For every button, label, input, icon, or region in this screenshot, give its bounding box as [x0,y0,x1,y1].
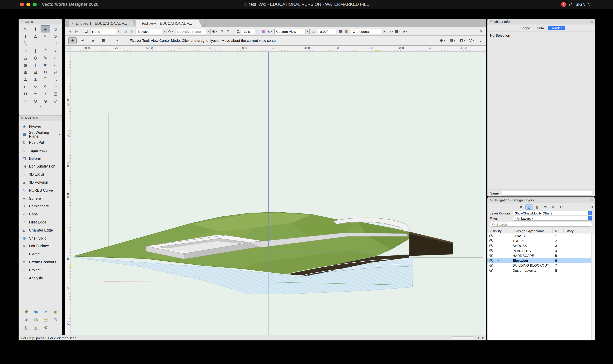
grid-snap-icon[interactable]: ▦ [261,28,266,34]
clip-cube-button[interactable]: ✂ [113,37,121,44]
visibility-eye-icon[interactable] [489,254,493,257]
layout-grid-icon[interactable]: ⊞ [338,28,343,34]
scrollbar-track[interactable] [452,336,474,339]
tool-set-item[interactable]: ▲ 3D Polygon [19,178,62,186]
references-view-icon[interactable]: ↩ [558,204,565,209]
column-visibility[interactable]: Visibility [488,228,513,233]
tool-set-category-icon[interactable]: ✎ [51,315,60,323]
layer-table-scrollbar[interactable] [591,234,595,340]
interactive-origin-mode-button[interactable]: ▦ [99,37,108,44]
visibility-eye-icon[interactable] [489,244,493,247]
basic-tool-icon[interactable]: ⌒ [41,76,50,83]
column-number[interactable]: # ^ [553,228,563,233]
tool-set-category-icon[interactable]: ◉ [31,307,41,315]
tool-set-item[interactable]: ◔ Analysis [19,274,62,282]
basic-tool-icon[interactable]: ↔ [50,61,60,69]
basic-tool-icon[interactable]: ⊕ [50,26,60,33]
layer-stack-icon[interactable]: ▤ [123,28,127,34]
close-window-button[interactable] [20,2,24,6]
tool-set-category-icon[interactable]: ◭ [31,323,41,331]
basic-tool-icon[interactable]: ✛ [31,26,41,33]
basic-tool-icon[interactable]: ▽ [50,97,60,105]
view-center-icon[interactable]: ⊕▼ [212,29,218,34]
classes-view-icon[interactable]: ∞ [517,204,524,209]
sheet-layers-view-icon[interactable]: ▯ [533,204,541,209]
tool-set-item[interactable]: ↧ Project [19,266,62,274]
tool-set-item[interactable]: ◍ Shell Solid [19,234,62,242]
data-bar-icon[interactable]: ▥ [345,28,349,34]
tab-test-vwx[interactable]: ✕ test .vwx - EDUCATIONAL V... [136,20,202,27]
layer-search-field[interactable] [490,222,592,227]
axonometric-view-icon[interactable]: ◈▼ [267,29,273,34]
scroll-right-icon[interactable]: ▶ [481,335,486,340]
scroll-left-icon[interactable]: ◀ [475,335,481,340]
basic-tool-icon[interactable]: ▭ [41,40,50,47]
layer-row[interactable]: ✓ Design Layer-1 8 [488,268,595,273]
mode-bar-overflow-icon[interactable]: ∨ [478,38,483,43]
render-mode-icon[interactable]: ◑▼ [389,29,393,34]
search-input[interactable] [496,222,590,226]
basic-tool-icon[interactable]: ⊙ [50,33,60,40]
zoom-window-button[interactable] [33,2,37,6]
saved-views-icon[interactable]: # [550,204,557,209]
design-layers-view-icon[interactable]: ▤ [525,204,532,209]
basic-tool-icon[interactable]: ⊘ [31,97,41,105]
basic-tool-icon[interactable]: ◡ [50,76,60,83]
tool-set-item[interactable]: ≡ Create Contours [19,258,62,266]
tool-set-category-icon[interactable]: ● [41,307,51,315]
tab-shape[interactable]: Shape [517,26,533,30]
tool-set-item[interactable]: ◺ Taper Face [19,146,62,155]
basic-tool-icon[interactable]: ✕ [41,33,50,40]
rotation-angle-field[interactable]: 0.00° [318,28,336,34]
tool-set-item[interactable]: ◈ Flyover [19,122,62,130]
layer-row[interactable]: ✓ TREES 2 [488,238,595,243]
basic-tool-icon[interactable]: ◎ [31,47,41,54]
basic-tool-icon[interactable]: ⊏ [21,83,31,90]
basic-tool-icon[interactable]: ◇ [31,54,41,61]
view-center-mode-button[interactable]: ⊕ [68,37,77,44]
layer-filter-dropdown[interactable]: <All Layers> ▲▼ [513,216,592,221]
basic-tool-icon[interactable]: ▷ [41,90,50,97]
canvas-vertical-scrollbar[interactable] [483,52,486,335]
render-options-icon[interactable]: ◧▼ [460,38,466,43]
projection-dropdown[interactable]: Orthogonal ▼ [351,28,387,34]
basic-tool-icon[interactable]: ╲ [21,40,31,47]
layer-edit-icon[interactable]: ▥ [129,28,134,34]
tool-set-category-icon[interactable]: ▤ [41,315,51,323]
tool-set-item[interactable]: ⇅ Push/Pull [19,138,62,146]
tool-set-item[interactable]: ◖ Hemisphere [19,202,62,210]
close-tab-icon[interactable]: ✕ [71,22,74,25]
basic-tool-icon[interactable]: ║ [31,40,41,47]
basic-tool-icon[interactable]: ↝ [31,83,41,90]
basic-tool-icon[interactable]: ⊥ [31,76,41,83]
basic-tool-icon[interactable]: ✳ [31,61,41,69]
zoom-icon[interactable] [235,28,240,34]
tool-set-category-icon[interactable]: ◧ [22,323,31,331]
basic-tool-icon[interactable]: ◈ [41,26,50,33]
attribute-palette-icon[interactable]: ▤▼ [449,38,456,43]
tool-set-item[interactable]: ≈ Loft Surface [19,242,62,250]
basic-tool-icon[interactable]: ∠ [31,33,41,40]
basic-tool-icon[interactable]: ⌂ [50,54,60,61]
basic-tool-icon[interactable]: ○ [21,47,31,54]
design-layer-dropdown[interactable]: Elevation ▼ [136,28,167,34]
visibility-eye-icon[interactable] [489,249,493,252]
tool-set-category-icon[interactable]: ⚙ [41,323,51,331]
sign-in-button[interactable]: SIGN IN [575,2,590,7]
viewports-view-icon[interactable]: ▭ [542,204,549,209]
tool-set-item[interactable]: ∿ NURBS Curve [19,186,62,194]
tool-set-item[interactable]: ↥ Extract [19,250,62,258]
basic-tool-icon[interactable]: ◊ [41,83,50,90]
forward-icon[interactable]: ▶ [74,28,79,34]
object-center-mode-button[interactable]: ✳ [79,37,87,44]
layer-row[interactable]: ✓ SHRUBS 3 [488,243,595,248]
class-dropdown[interactable]: None ▼ [90,28,121,34]
tab-data[interactable]: Data [534,26,547,30]
palette-expand-button[interactable]: ▼ [19,105,62,108]
close-palette-icon[interactable]: ✕ [489,20,492,23]
basic-tool-icon[interactable]: ◉ [21,61,31,69]
tab-render[interactable]: Render [548,26,565,30]
close-palette-icon[interactable]: ✕ [21,117,23,120]
active-plane-dropdown[interactable]: No Active Plane ▼ [175,28,210,34]
tool-set-item[interactable]: ● Sphere [19,194,62,202]
